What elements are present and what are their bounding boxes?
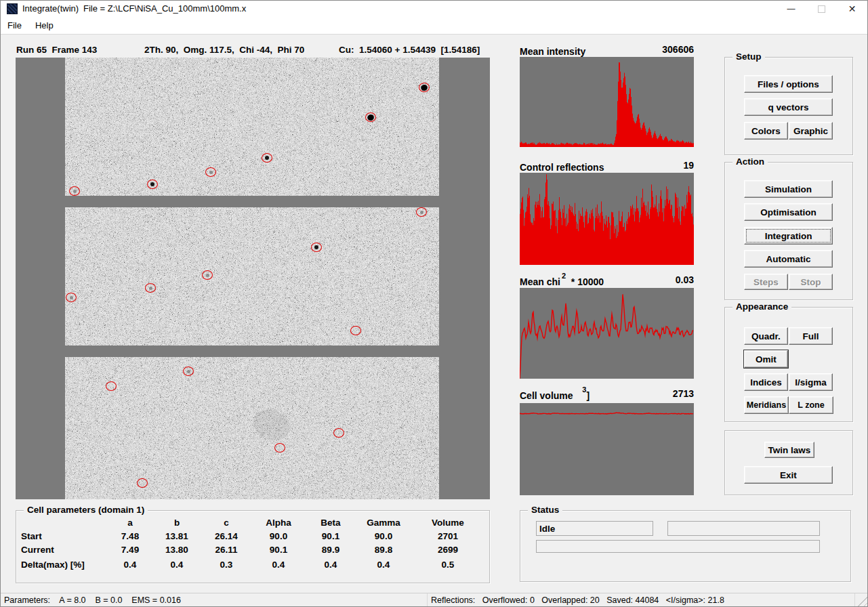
run-frame-label: Run 65 Frame 143 xyxy=(16,45,97,55)
status-progress-field xyxy=(536,540,820,553)
reflection-marker xyxy=(205,167,216,177)
cell-param-row-label: Delta(max) [%] xyxy=(21,557,108,572)
meridians-button[interactable]: Meridians xyxy=(744,396,789,414)
minimize-icon: — xyxy=(787,4,795,14)
l-zone-button[interactable]: L zone xyxy=(789,396,833,414)
cell-parameters-group-label: Cell parameters (domain 1) xyxy=(24,505,148,515)
reflection-spot xyxy=(265,156,269,160)
cell-param-value: 2699 xyxy=(411,543,484,557)
cell-param-value: 0.4 xyxy=(356,557,411,572)
cell-param-row-label: Current xyxy=(21,543,108,557)
cell-param-value: 0.3 xyxy=(201,557,251,572)
chart-label-control-reflections: Control reflections 19 xyxy=(520,160,694,171)
quadr-button[interactable]: Quadr. xyxy=(744,327,788,345)
cell-param-row-label: Start xyxy=(21,529,108,543)
mean-chi2-chart xyxy=(520,288,694,379)
detector-image-area xyxy=(16,58,490,499)
simulation-button[interactable]: Simulation xyxy=(744,180,833,198)
reflection-spot xyxy=(367,114,374,121)
menu-help[interactable]: Help xyxy=(28,18,60,33)
minimize-button[interactable]: — xyxy=(776,1,806,17)
detector-panel-1 xyxy=(65,58,439,196)
cell-param-value: 7.49 xyxy=(108,543,152,557)
chart-value-cell-volume: 2713 xyxy=(673,388,694,400)
appearance-group-label: Appearance xyxy=(732,301,791,312)
cell-param-column-header: Volume xyxy=(411,516,484,529)
cell-param-value: 0.4 xyxy=(108,557,152,572)
cell-param-column-header: c xyxy=(201,516,251,529)
cell-param-value: 13.81 xyxy=(152,529,201,543)
cell-param-value: 2701 xyxy=(411,529,484,543)
reflection-marker xyxy=(311,243,322,252)
chart-value-control-reflections: 19 xyxy=(683,160,694,171)
reflection-marker xyxy=(66,293,77,302)
colors-button[interactable]: Colors xyxy=(744,122,788,140)
reflection-marker xyxy=(274,443,285,453)
status-group-label: Status xyxy=(528,505,562,515)
menu-file[interactable]: File xyxy=(1,18,28,33)
reflection-marker xyxy=(262,153,272,163)
files-options-button[interactable]: Files / options xyxy=(744,75,833,93)
close-button[interactable]: ✕ xyxy=(837,1,867,17)
isigma-button[interactable]: I/sigma xyxy=(789,373,833,391)
maximize-button[interactable] xyxy=(806,1,837,17)
window-title: Integrate(twin) xyxy=(22,3,79,14)
cell-param-column-header: b xyxy=(152,516,201,529)
full-button[interactable]: Full xyxy=(789,327,833,345)
cell-param-column-header: a xyxy=(108,516,152,529)
cell-param-value: 0.4 xyxy=(306,557,356,572)
stop-button[interactable]: Stop xyxy=(789,274,833,290)
graphic-button[interactable]: Graphic xyxy=(789,122,833,140)
titlebar[interactable]: Integrate(twin) File = Z:\LCF\NiSA_Cu_10… xyxy=(1,1,867,17)
reflection-spot xyxy=(314,245,318,249)
app-window: Integrate(twin) File = Z:\LCF\NiSA_Cu_10… xyxy=(0,0,868,607)
cell-param-column-header: Beta xyxy=(306,516,356,529)
indices-button[interactable]: Indices xyxy=(744,373,788,391)
detector-panel-3 xyxy=(65,357,439,499)
control-reflections-chart xyxy=(520,173,694,265)
cell-param-value: 26.11 xyxy=(201,543,251,557)
cell-param-column-header: Alpha xyxy=(251,516,306,529)
cell-param-value: 90.0 xyxy=(251,529,306,543)
reflection-spot xyxy=(420,211,423,214)
reflection-marker xyxy=(137,478,148,488)
statusbar-reflections: Reflections: Overflowed: 0 Overlapped: 2… xyxy=(428,593,855,606)
reflection-marker xyxy=(183,367,194,376)
optimisation-button[interactable]: Optimisation xyxy=(744,203,833,221)
cell-param-value: 0.4 xyxy=(251,557,306,572)
reflection-marker xyxy=(147,180,158,189)
cell-param-value: 7.48 xyxy=(108,529,152,543)
cell-param-column-header: Gamma xyxy=(356,516,411,529)
status-state-field: Idle xyxy=(536,521,653,536)
reflection-marker xyxy=(350,326,361,335)
exit-button[interactable]: Exit xyxy=(744,466,833,484)
reflection-marker xyxy=(365,112,376,122)
reflection-spot xyxy=(209,171,213,174)
cell-param-value: 90.0 xyxy=(356,529,411,543)
cell-volume-chart xyxy=(520,403,694,495)
steps-button[interactable]: Steps xyxy=(744,274,788,290)
automatic-button[interactable]: Automatic xyxy=(744,250,833,268)
exit-group xyxy=(724,430,853,495)
twin-laws-button[interactable]: Twin laws xyxy=(764,442,814,458)
q-vectors-button[interactable]: q vectors xyxy=(744,98,833,116)
omit-button[interactable]: Omit xyxy=(744,350,788,368)
cell-param-value: 0.5 xyxy=(411,557,484,572)
resize-grip[interactable] xyxy=(855,594,867,606)
chart-value-mean-chi2: 0.03 xyxy=(676,274,694,286)
reflection-spot xyxy=(149,287,152,290)
cell-parameters-table: abcAlphaBetaGammaVolumeStart7.4813.8126.… xyxy=(21,516,484,572)
status-info-field xyxy=(667,521,820,536)
integration-button[interactable]: Integration xyxy=(744,227,833,245)
goniometer-angles-label: 2Th. 90, Omg. 117.5, Chi -44, Phi 70 xyxy=(144,45,304,55)
reflection-marker xyxy=(145,283,156,293)
statusbar-parameters: Parameters: A = 8.0 B = 0.0 EMS = 0.016 xyxy=(1,593,428,606)
menubar: File Help xyxy=(1,17,867,35)
reflection-marker xyxy=(333,428,344,438)
cell-param-value: 0.4 xyxy=(152,557,201,572)
app-icon xyxy=(7,3,18,14)
table-row: Delta(max) [%]0.40.40.30.40.40.40.5 xyxy=(21,557,484,572)
cell-param-value: 90.1 xyxy=(251,543,306,557)
reflection-marker xyxy=(419,83,430,92)
cell-param-corner xyxy=(21,516,108,529)
